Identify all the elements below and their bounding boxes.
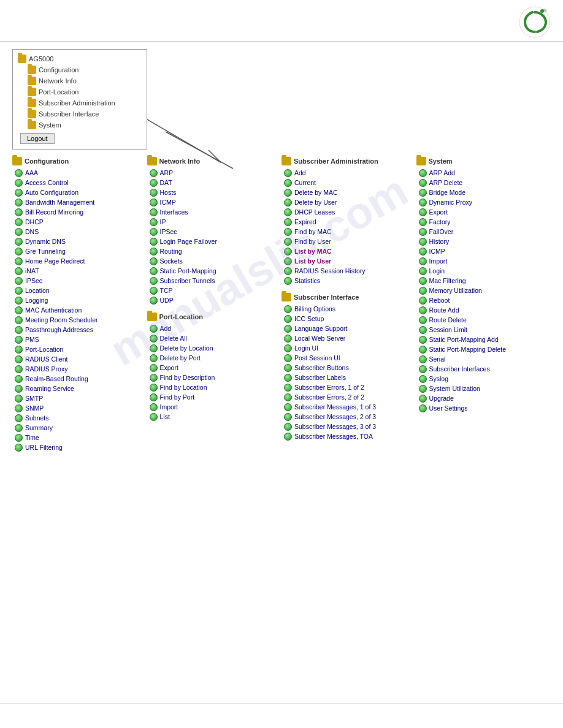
list-item[interactable]: DAT <box>147 178 277 188</box>
list-item[interactable]: Add <box>147 324 277 333</box>
list-item[interactable]: Logging <box>12 295 142 305</box>
list-item[interactable]: Syslog <box>416 374 546 384</box>
list-item[interactable]: Delete by MAC <box>282 188 412 197</box>
list-item[interactable]: FailOver <box>416 227 546 237</box>
list-item[interactable]: Time <box>12 433 142 442</box>
list-item[interactable]: Subscriber Errors, 2 of 2 <box>282 392 412 402</box>
list-item[interactable]: SNMP <box>12 403 142 413</box>
list-item[interactable]: Factory <box>416 217 546 227</box>
list-item[interactable]: Interfaces <box>147 207 277 217</box>
list-item[interactable]: Delete by Port <box>147 353 277 363</box>
list-item[interactable]: Route Add <box>416 305 546 315</box>
list-item[interactable]: Export <box>147 363 277 373</box>
list-item[interactable]: Import <box>416 256 546 266</box>
list-item[interactable]: Find by Location <box>147 382 277 392</box>
list-item[interactable]: Static Port-Mapping Delete <box>416 344 546 354</box>
list-item[interactable]: Bill Record Mirroring <box>12 207 142 217</box>
list-item[interactable]: List by User <box>282 256 412 266</box>
list-item[interactable]: Find by User <box>282 237 412 246</box>
list-item[interactable]: ICMP <box>416 246 546 256</box>
list-item[interactable]: Dynamic Proxy <box>416 197 546 207</box>
list-item[interactable]: Current <box>282 178 412 188</box>
list-item[interactable]: Subscriber Buttons <box>282 363 412 373</box>
list-item[interactable]: Bridge Mode <box>416 188 546 197</box>
list-item[interactable]: Find by Description <box>147 373 277 382</box>
nav-root[interactable]: AG5000 <box>18 53 142 64</box>
list-item[interactable]: Subnets <box>12 413 142 423</box>
list-item[interactable]: IP <box>147 217 277 227</box>
list-item[interactable]: Subscriber Messages, TOA <box>282 431 412 441</box>
list-item[interactable]: TCP <box>147 286 277 295</box>
list-item[interactable]: DNS <box>12 227 142 237</box>
list-item[interactable]: System Utilization <box>416 384 546 393</box>
list-item[interactable]: MAC Authentication <box>12 305 142 315</box>
list-item[interactable]: RADIUS Proxy <box>12 364 142 374</box>
list-item[interactable]: Post Session UI <box>282 353 412 363</box>
list-item[interactable]: AAA <box>12 168 142 178</box>
list-item[interactable]: Upgrade <box>416 393 546 403</box>
list-item[interactable]: Gre Tunneling <box>12 246 142 256</box>
list-item[interactable]: Subscriber Labels <box>282 373 412 382</box>
list-item[interactable]: Static Port-Mapping Add <box>416 335 546 344</box>
list-item[interactable]: Subscriber Messages, 1 of 3 <box>282 402 412 412</box>
list-item[interactable]: Session Limit <box>416 325 546 335</box>
list-item[interactable]: Login UI <box>282 343 412 353</box>
list-item[interactable]: Port-Location <box>12 344 142 354</box>
list-item[interactable]: Home Page Redirect <box>12 256 142 266</box>
list-item[interactable]: Static Port-Mapping <box>147 266 277 276</box>
list-item[interactable]: Find by Port <box>147 392 277 402</box>
list-item[interactable]: iNAT <box>12 266 142 276</box>
list-item[interactable]: Sockets <box>147 256 277 266</box>
list-item[interactable]: Subscriber Errors, 1 of 2 <box>282 382 412 392</box>
list-item[interactable]: Subscriber Tunnels <box>147 276 277 286</box>
list-item[interactable]: Statistics <box>282 276 412 286</box>
list-item[interactable]: ICMP <box>147 197 277 207</box>
list-item[interactable]: Login Page Failover <box>147 237 277 246</box>
list-item[interactable]: Subscriber Messages, 3 of 3 <box>282 422 412 431</box>
list-item[interactable]: Add <box>282 168 412 178</box>
list-item[interactable]: Access Control <box>12 178 142 188</box>
list-item[interactable]: Export <box>416 207 546 217</box>
list-item[interactable]: Dynamic DNS <box>12 237 142 246</box>
list-item[interactable]: RADIUS Client <box>12 354 142 364</box>
list-item[interactable]: ARP <box>147 168 277 178</box>
list-item[interactable]: PMS <box>12 335 142 344</box>
list-item[interactable]: Delete All <box>147 333 277 343</box>
list-item[interactable]: Route Delete <box>416 315 546 325</box>
list-item[interactable]: Auto Configuration <box>12 188 142 197</box>
nav-tree-item[interactable]: Configuration <box>18 64 142 75</box>
list-item[interactable]: Language Support <box>282 324 412 333</box>
nav-tree-item[interactable]: Network Info <box>18 75 142 86</box>
list-item[interactable]: Find by MAC <box>282 227 412 237</box>
list-item[interactable]: Meeting Room Scheduler <box>12 315 142 325</box>
nav-tree-item[interactable]: Subscriber Interface <box>18 108 142 119</box>
list-item[interactable]: ARP Add <box>416 168 546 178</box>
nav-tree-item[interactable]: Port-Location <box>18 86 142 97</box>
list-item[interactable]: ARP Delete <box>416 178 546 188</box>
logout-button[interactable]: Logout <box>20 133 55 144</box>
nav-tree-item[interactable]: System <box>18 119 142 131</box>
list-item[interactable]: Subscriber Messages, 2 of 3 <box>282 412 412 422</box>
list-item[interactable]: Delete by User <box>282 197 412 207</box>
list-item[interactable]: DHCP <box>12 217 142 227</box>
list-item[interactable]: Roaming Service <box>12 384 142 393</box>
list-item[interactable]: Bandwidth Management <box>12 197 142 207</box>
list-item[interactable]: User Settings <box>416 403 546 413</box>
list-item[interactable]: List by MAC <box>282 246 412 256</box>
list-item[interactable]: UDP <box>147 295 277 305</box>
list-item[interactable]: Memory Utilization <box>416 286 546 295</box>
list-item[interactable]: Passthrough Addresses <box>12 325 142 335</box>
list-item[interactable]: IPSec <box>147 227 277 237</box>
list-item[interactable]: List <box>147 412 277 422</box>
list-item[interactable]: Billing Options <box>282 304 412 314</box>
list-item[interactable]: History <box>416 237 546 246</box>
list-item[interactable]: Summary <box>12 423 142 433</box>
list-item[interactable]: Serial <box>416 354 546 364</box>
list-item[interactable]: Mac Filtering <box>416 276 546 286</box>
list-item[interactable]: URL Filtering <box>12 442 142 452</box>
list-item[interactable]: Realm-Based Routing <box>12 374 142 384</box>
list-item[interactable]: Hosts <box>147 188 277 197</box>
list-item[interactable]: DHCP Leases <box>282 207 412 217</box>
list-item[interactable]: Delete by Location <box>147 343 277 353</box>
list-item[interactable]: Reboot <box>416 295 546 305</box>
